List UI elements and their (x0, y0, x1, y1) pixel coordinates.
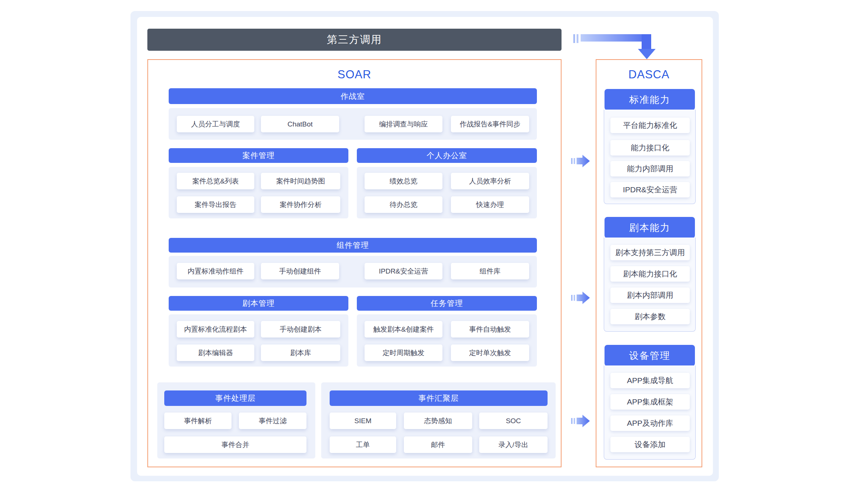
personal-office-btn-1: 人员效率分析 (451, 173, 529, 189)
soar-frame: SOAR 作战室 人员分工与调度 ChatBot 编排调查与响应 作战报告&事件… (147, 59, 562, 467)
playbook-mgmt-btn-2: 剧本编辑器 (177, 345, 254, 361)
soar-title: SOAR (148, 68, 561, 81)
soar-to-dasca-arrow-3 (569, 412, 591, 430)
component-mgmt-btn-2: IPDR&安全运营 (365, 263, 442, 279)
component-mgmt-btn-1: 手动创建组件 (261, 263, 339, 279)
case-mgmt-panel: 案件总览&列表 案件时间趋势图 案件导出报告 案件协作分析 (169, 167, 348, 218)
playbook-capability-item-1: 剧本能力接口化 (610, 266, 690, 282)
soar-to-dasca-arrow-2 (569, 289, 591, 307)
event-aggregation-header: 事件汇聚层 (330, 390, 548, 406)
personal-office-btn-0: 绩效总览 (365, 173, 442, 189)
task-mgmt-btn-3: 定时单次触发 (451, 345, 529, 361)
personal-office-header: 个人办公室 (357, 148, 537, 163)
device-mgmt-item-1: APP集成框架 (610, 394, 690, 410)
event-aggregation-btn-3: 工单 (330, 436, 396, 453)
playbook-mgmt-panel: 内置标准化流程剧本 手动创建剧本 剧本编辑器 剧本库 (169, 314, 348, 367)
case-mgmt-btn-2: 案件导出报告 (177, 196, 254, 213)
event-aggregation-btn-2: SOC (479, 413, 548, 429)
component-mgmt-panel: 内置标准动作组件 手动创建组件 IPDR&安全运营 组件库 (169, 256, 537, 288)
playbook-capability-body: 剧本支持第三方调用 剧本能力接口化 剧本内部调用 剧本参数 (604, 238, 696, 332)
task-mgmt-panel: 触发剧本&创建案件 事件自动触发 定时周期触发 定时单次触发 (357, 314, 537, 367)
third-party-call-bar: 第三方调用 (147, 29, 562, 51)
component-mgmt-header: 组件管理 (169, 238, 537, 253)
event-aggregation-btn-5: 录入/导出 (479, 436, 548, 453)
task-mgmt-btn-1: 事件自动触发 (451, 321, 529, 338)
event-aggregation-btn-4: 邮件 (404, 436, 472, 453)
event-processing-panel: 事件处理层 事件解析 事件过滤 事件合并 (157, 382, 315, 458)
architecture-diagram: { "topbar": { "label": "第三方调用" }, "soar"… (0, 0, 868, 489)
standard-capability-item-0: 平台能力标准化 (610, 118, 690, 133)
war-room-panel: 人员分工与调度 ChatBot 编排调查与响应 作战报告&事件同步 (169, 108, 537, 140)
standard-capability-item-1: 能力接口化 (610, 140, 690, 156)
standard-capability-header: 标准能力 (605, 89, 695, 110)
device-mgmt-body: APP集成导航 APP集成框架 APP及动作库 设备添加 (604, 365, 696, 460)
dasca-frame: DASCA 标准能力 平台能力标准化 能力接口化 能力内部调用 IPDR&安全运… (596, 59, 702, 467)
playbook-mgmt-btn-3: 剧本库 (261, 345, 340, 361)
event-processing-btn-0: 事件解析 (164, 413, 232, 429)
case-mgmt-btn-3: 案件协作分析 (261, 196, 340, 213)
playbook-mgmt-header: 剧本管理 (169, 296, 348, 311)
soar-to-dasca-arrow-1 (569, 152, 591, 170)
personal-office-btn-2: 待办总览 (365, 196, 442, 213)
task-mgmt-btn-0: 触发剧本&创建案件 (365, 321, 442, 338)
playbook-capability-item-0: 剧本支持第三方调用 (610, 245, 690, 260)
event-aggregation-btn-0: SIEM (330, 413, 396, 429)
event-aggregation-panel: 事件汇聚层 SIEM 态势感知 SOC 工单 邮件 录入/导出 (321, 382, 556, 458)
war-room-btn-0: 人员分工与调度 (177, 116, 254, 132)
component-mgmt-btn-0: 内置标准动作组件 (177, 263, 254, 279)
standard-capability-body: 平台能力标准化 能力接口化 能力内部调用 IPDR&安全运营 (604, 110, 696, 204)
task-mgmt-header: 任务管理 (357, 296, 537, 311)
topbar-to-dasca-arrow (570, 31, 659, 61)
device-mgmt-item-3: 设备添加 (610, 437, 690, 452)
task-mgmt-btn-2: 定时周期触发 (365, 345, 442, 361)
playbook-mgmt-btn-1: 手动创建剧本 (261, 321, 340, 338)
war-room-btn-2: 编排调查与响应 (365, 116, 442, 132)
standard-capability-item-2: 能力内部调用 (610, 161, 690, 176)
dasca-title: DASCA (596, 68, 702, 81)
personal-office-panel: 绩效总览 人员效率分析 待办总览 快速办理 (357, 167, 537, 218)
case-mgmt-btn-1: 案件时间趋势图 (261, 173, 340, 189)
device-mgmt-item-2: APP及动作库 (610, 415, 690, 431)
playbook-capability-header: 剧本能力 (605, 217, 695, 238)
event-aggregation-btn-1: 态势感知 (404, 413, 472, 429)
playbook-capability-item-2: 剧本内部调用 (610, 288, 690, 303)
case-mgmt-header: 案件管理 (169, 148, 348, 163)
standard-capability-item-3: IPDR&安全运营 (610, 182, 690, 197)
component-mgmt-btn-3: 组件库 (451, 263, 529, 279)
case-mgmt-btn-0: 案件总览&列表 (177, 173, 254, 189)
event-processing-btn-2: 事件合并 (164, 436, 306, 453)
playbook-capability-item-3: 剧本参数 (610, 309, 690, 324)
event-processing-header: 事件处理层 (164, 390, 306, 406)
war-room-header: 作战室 (169, 88, 537, 104)
event-processing-btn-1: 事件过滤 (239, 413, 306, 429)
war-room-btn-1: ChatBot (261, 116, 339, 132)
third-party-call-label: 第三方调用 (327, 33, 382, 47)
personal-office-btn-3: 快速办理 (451, 196, 529, 213)
playbook-mgmt-btn-0: 内置标准化流程剧本 (177, 321, 254, 338)
war-room-btn-3: 作战报告&事件同步 (451, 116, 529, 132)
device-mgmt-item-0: APP集成导航 (610, 373, 690, 388)
device-mgmt-header: 设备管理 (605, 345, 695, 366)
